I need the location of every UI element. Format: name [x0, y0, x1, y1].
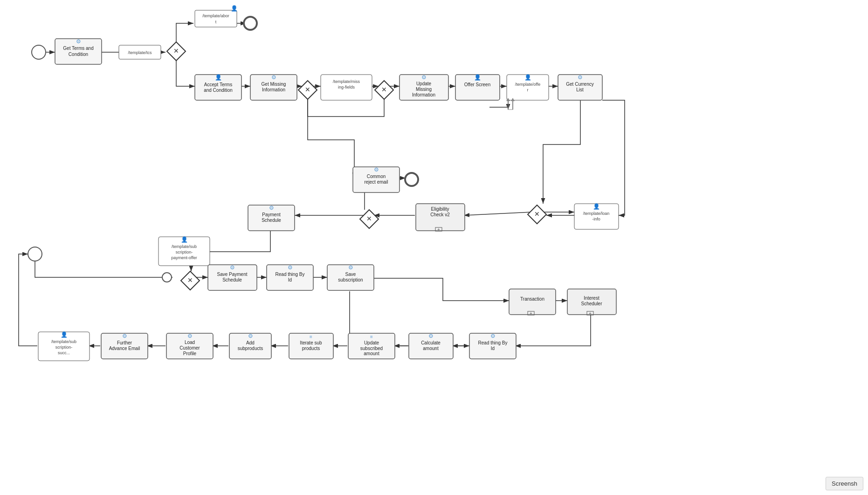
task-eligibility-label1: Eligibility	[431, 206, 449, 212]
conn-currency-loaninfo	[602, 100, 625, 215]
conn-gw2-commonreject	[308, 93, 354, 178]
start-event-small	[162, 273, 172, 282]
task-updatemissing-label2: Missing	[416, 87, 432, 92]
gear-icon-commonreject: ⚙	[374, 166, 379, 173]
template-missingfields-label1: /template/miss	[333, 79, 360, 84]
task-savepayment-label1: Save Payment	[217, 272, 247, 277]
task-getmissing-label1: Get Missing	[262, 82, 286, 87]
task-interest-label1: Interest	[584, 296, 599, 301]
task-savesubscription-label1: Save	[345, 272, 356, 277]
task-transaction-rect	[509, 289, 556, 315]
gateway-1-x: ✕	[173, 47, 179, 55]
gear-icon-furtheremail: ⚙	[122, 333, 127, 339]
gateway-4-x: ✕	[534, 210, 540, 218]
gateway-6-x: ✕	[187, 276, 193, 284]
task-interest-label2: Scheduler	[581, 301, 602, 306]
task-accept-label1: Accept Terms	[204, 82, 232, 87]
user-icon-accept: 👤	[215, 74, 222, 81]
template-tcs-label: /template/tcs	[128, 50, 152, 55]
transaction-plus: +	[530, 311, 532, 316]
template-abort-line1: /template/abor	[202, 14, 229, 18]
task-loadcustomer-label1: Load	[185, 340, 195, 345]
task-readthing-label2: Id	[288, 277, 292, 282]
start-event-2	[28, 247, 42, 261]
conn-interest-readthing2	[515, 314, 591, 346]
start-event-1[interactable]	[32, 45, 46, 59]
task-loadcustomer-label2: Customer	[179, 345, 200, 351]
template-subsucc-label2: scription-	[55, 345, 73, 350]
task-getmissing-label2: Information	[262, 87, 285, 92]
gear-icon-addsubproducts: ⚙	[248, 333, 253, 339]
task-addsubproducts-label1: Add	[246, 340, 255, 345]
bpmn-diagram: ⚙ Get Terms and Condition /template/tcs …	[0, 0, 868, 495]
gear-icon-readthing2: ⚙	[490, 333, 496, 339]
task-updatesubscribed-label1: Update	[364, 340, 379, 345]
gear-icon-updatemissing: ⚙	[421, 74, 427, 81]
task-currency-label1: Get Currency	[566, 82, 593, 87]
gear-icon-paymentschedule: ⚙	[269, 205, 274, 211]
template-subpayment-label1: /template/sub	[172, 244, 197, 249]
task-iterate-label2: products	[302, 346, 320, 351]
gear-icon-currency: ⚙	[578, 74, 583, 81]
offerscreen-uparrows	[508, 100, 513, 110]
template-loaninfo-label2: -info	[592, 217, 600, 221]
task-calculate-label1: Calculate	[421, 340, 441, 345]
task-commonreject-label1: Common	[367, 174, 386, 179]
conn-gw1-accept	[176, 59, 195, 86]
end-event-2	[405, 173, 418, 186]
user-icon-offer: 👤	[524, 74, 531, 81]
task-accept-label2: and Condition	[204, 88, 233, 93]
template-missingfields-label2: ing-fields	[338, 85, 355, 89]
gear-icon-get-terms: ⚙	[76, 38, 81, 45]
task-currency-label2: List	[576, 87, 584, 92]
task-updatemissing-label1: Update	[416, 81, 432, 86]
user-icon-offerscreen: 👤	[474, 74, 481, 81]
task-savepayment-label2: Schedule	[222, 277, 242, 282]
interest-plus: +	[589, 311, 592, 316]
screenshot-badge: Screensh	[826, 477, 863, 490]
task-loadcustomer-label3: Profile	[183, 351, 197, 356]
task-updatemissing-label3: Information	[412, 92, 435, 97]
task-updatesubscribed-label3: amount	[364, 351, 379, 356]
task-calculate-label2: amount	[423, 346, 439, 351]
template-offer-label1: /template/offe	[515, 82, 540, 87]
template-subpayment-label2: scription-	[176, 250, 193, 254]
task-readthing-label1: Read thing By	[276, 272, 305, 277]
script-icon-updatesubscribed: ≡	[370, 334, 373, 339]
task-get-terms-label2: Condition	[69, 52, 88, 57]
task-paymentschedule-label2: Schedule	[262, 218, 281, 223]
conn-savesubscription-transaction	[373, 278, 509, 301]
task-savesubscription-label2: subscription	[338, 277, 363, 282]
task-eligibility-label2: Check v2	[430, 212, 450, 217]
gateway-5-x: ✕	[366, 215, 372, 222]
task-paymentschedule-label1: Payment	[262, 212, 281, 217]
gear-icon-getmissing: ⚙	[271, 74, 276, 81]
gear-icon-readthing: ⚙	[288, 264, 293, 271]
conn-subsucc-start2	[19, 254, 37, 346]
task-offerscreen-label1: Offer Screen	[464, 82, 491, 87]
template-subsucc-label3: succ...	[58, 351, 70, 355]
eligibility-plus: +	[437, 227, 440, 232]
conn-gw4-eligibility	[464, 212, 531, 215]
task-updatesubscribed-label2: subscribed	[360, 346, 383, 351]
task-commonreject-label2: reject email	[364, 179, 388, 185]
conn-currency-gw4	[543, 98, 580, 204]
user-icon-subsucc: 👤	[61, 331, 68, 338]
task-addsubproducts-label2: subproducts	[238, 346, 263, 351]
conn-start2-gw6	[35, 254, 172, 277]
task-transaction-label: Transaction	[520, 296, 544, 302]
user-icon-abort: 👤	[231, 5, 238, 12]
gear-icon-savepayment: ⚙	[230, 264, 235, 271]
task-readthing2-label2: Id	[491, 346, 495, 351]
gear-icon-calculate: ⚙	[428, 333, 434, 339]
task-furtheremail-label2: Advance Email	[109, 346, 140, 351]
template-subpayment-label3: payment-offer	[171, 255, 197, 260]
task-readthing2-label1: Read thing By	[478, 340, 508, 345]
conn-gw1-abort	[176, 23, 193, 45]
template-subsucc-label1: /template/sub	[51, 339, 76, 344]
task-get-terms-label: Get Terms and	[63, 46, 93, 51]
template-loaninfo-label1: /template/loan	[583, 211, 610, 216]
gateway-2-x: ✕	[305, 86, 310, 93]
end-event-1	[244, 17, 257, 30]
diagram-container: ⚙ Get Terms and Condition /template/tcs …	[0, 0, 868, 495]
